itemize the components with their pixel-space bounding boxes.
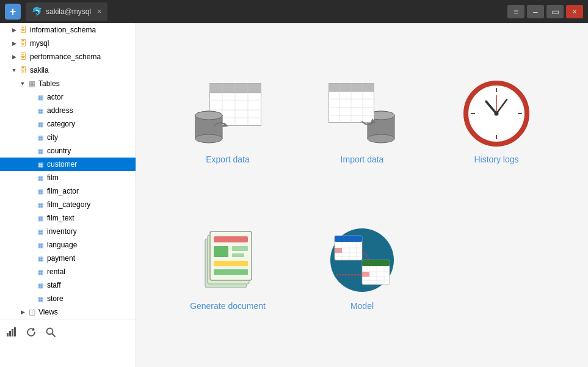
sidebar-item-performance_schema[interactable]: ▶ 🗄 performance_schema [0,50,136,64]
spacer [27,241,35,249]
chart-icon[interactable] [6,327,17,338]
arrow-icon: ▼ [10,66,18,74]
table-label: staff [47,281,60,289]
model-icon [328,227,396,294]
sidebar-item-language[interactable]: ▦ language [0,238,136,252]
sidebar-item-mysql[interactable]: ▶ 🗄 mysql [0,37,136,50]
export-label: Export data [206,154,250,164]
table-icon: ▦ [35,186,45,196]
sidebar-item-film_text[interactable]: ▦ film_text [0,211,136,225]
spacer [27,281,35,289]
svg-rect-7 [209,83,261,93]
search-icon[interactable] [45,327,56,338]
model-label: Model [350,301,374,311]
sidebar-item-address[interactable]: ▦ address [0,104,136,117]
table-icon: ▦ [35,92,45,102]
right-panel: Export data [136,23,588,367]
action-grid: Export data [154,43,570,348]
db-icon: 🗄 [18,65,28,75]
svg-line-5 [53,333,56,336]
close-button[interactable]: × [566,5,583,18]
table-icon: ▦ [35,146,45,156]
table-label: rental [47,267,65,276]
sidebar-item-film[interactable]: ▦ film [0,171,136,184]
sidebar-item-information_schema[interactable]: ▶ 🗄 information_schema [0,23,136,37]
model-item[interactable]: Model [301,202,423,336]
spacer [27,93,35,101]
table-label: customer [47,160,77,169]
svg-point-41 [495,111,499,115]
db-icon: 🗄 [18,25,28,35]
sidebar-item-sakila[interactable]: ▼ 🗄 sakila [0,64,136,77]
table-icon: ▦ [35,200,45,209]
spacer [27,227,35,236]
minimize-button[interactable]: – [527,5,544,18]
tab-close-button[interactable]: × [97,7,101,16]
import-label: Import data [341,154,384,164]
table-label: country [47,147,71,155]
new-tab-button[interactable]: + [5,4,21,20]
svg-point-21 [368,134,394,143]
svg-rect-48 [232,253,244,257]
sidebar-item-film_category[interactable]: ▦ film_category [0,198,136,211]
svg-rect-50 [214,269,248,275]
active-tab[interactable]: 🐬 sakila@mysql × [26,2,107,21]
svg-rect-69 [362,272,369,277]
sidebar-item-actor[interactable]: ▦ actor [0,90,136,104]
sidebar-item-rental[interactable]: ▦ rental [0,265,136,278]
sidebar-item-staff[interactable]: ▦ staff [0,278,136,292]
refresh-icon[interactable] [26,327,37,338]
sidebar-item-inventory[interactable]: ▦ inventory [0,225,136,238]
generate-doc-item[interactable]: Generate document [167,202,289,336]
svg-rect-45 [214,236,248,242]
svg-rect-24 [328,83,374,92]
import-data-item[interactable]: Import data [301,55,423,189]
db-label: sakila [30,66,49,74]
table-label: film_text [47,214,74,222]
table-icon: ▦ [35,173,45,183]
sidebar-item-customer[interactable]: ▦ customer [0,158,136,171]
history-logs-item[interactable]: History logs [435,55,557,189]
svg-rect-60 [335,248,342,253]
table-label: payment [47,254,75,263]
table-icon: ▦ [35,133,45,142]
table-label: language [47,241,77,249]
maximize-button[interactable]: ▭ [546,5,564,18]
menu-button[interactable]: ≡ [507,5,524,18]
svg-rect-1 [9,331,11,336]
sidebar-item-tables[interactable]: ▼ ▦ Tables [0,77,136,90]
svg-rect-53 [335,236,362,242]
sidebar-item-city[interactable]: ▦ city [0,131,136,144]
sidebar-item-store[interactable]: ▦ store [0,292,136,305]
sidebar: ▶ 🗄 information_schema ▶ 🗄 mysql ▶ 🗄 per… [0,23,136,367]
table-label: store [47,294,64,303]
sidebar-item-film_actor[interactable]: ▦ film_actor [0,184,136,198]
views-label: Views [38,308,58,316]
arrow-icon: ▶ [10,53,18,61]
main-content: ▶ 🗄 information_schema ▶ 🗄 mysql ▶ 🗄 per… [0,23,588,367]
table-icon: ▦ [35,294,45,303]
spacer [27,160,35,169]
svg-rect-0 [7,333,9,336]
spacer [27,294,35,303]
history-label: History logs [474,154,518,164]
arrow-icon: ▶ [10,39,18,48]
svg-rect-46 [214,246,228,257]
db-icon: 🗄 [18,52,28,62]
spacer [27,173,35,182]
sidebar-item-country[interactable]: ▦ country [0,144,136,158]
sidebar-item-category[interactable]: ▦ category [0,117,136,131]
spacer [27,120,35,128]
spacer [27,267,35,276]
sidebar-toolbar [0,319,136,344]
spacer [27,106,35,115]
db-label: performance_schema [30,53,101,61]
sidebar-item-payment[interactable]: ▦ payment [0,252,136,265]
table-icon: ▦ [35,106,45,115]
table-label: film [47,173,59,182]
export-icon [194,80,261,147]
sidebar-item-views[interactable]: ▶ ◫ Views [0,305,136,319]
arrow-icon: ▶ [10,26,18,34]
gendoc-icon [194,227,261,294]
export-data-item[interactable]: Export data [167,55,289,189]
